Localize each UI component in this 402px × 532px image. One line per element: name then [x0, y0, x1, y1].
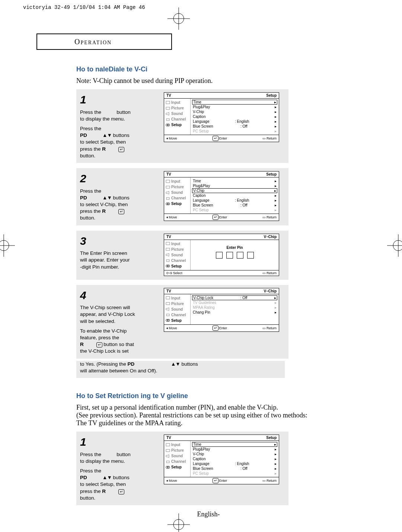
item-vchip: V-Chip: [193, 189, 204, 193]
side-setup: Setup: [164, 464, 190, 470]
svg-rect-24: [166, 242, 170, 245]
chevron-right-icon: ▸: [274, 442, 276, 446]
body-text: First, set up a personal identification …: [76, 404, 341, 427]
side-setup: Setup: [164, 201, 190, 206]
svg-point-29: [168, 265, 170, 267]
chevron-right-icon: ▸: [274, 296, 276, 300]
txt: will appear. Enter your: [80, 257, 160, 263]
item-caption: Caption: [193, 193, 205, 198]
chevron-right-icon: ▸: [275, 452, 277, 456]
txt: will be selected.: [80, 318, 160, 325]
side-channel: Channel: [164, 312, 190, 318]
updown-icon: ▲▼: [102, 475, 112, 480]
enter-icon: ↵: [118, 489, 124, 494]
side-input: Input: [164, 241, 190, 247]
item-tv-guidelines: TV Guidelines: [193, 301, 216, 305]
svg-marker-26: [166, 253, 169, 256]
value-english: : English: [235, 198, 249, 202]
txt: To enable the V-Chip: [80, 328, 160, 334]
chevron-right-icon: ▸: [275, 115, 277, 119]
svg-point-35: [168, 319, 170, 321]
tv-mode: Setup: [266, 172, 277, 176]
chevron-right-icon: ▸: [275, 203, 277, 207]
txt: Press the: [80, 188, 160, 195]
svg-rect-39: [166, 461, 169, 463]
txt: to select V-Chip, then: [80, 201, 160, 208]
tv-setup-menu: TVSetup Input Picture Sound Channel Setu…: [164, 92, 279, 142]
step-4-continuation: to Yes. (Pressing the PD ▲▼ buttons will…: [76, 361, 285, 378]
chevron-right-icon: ▸: [275, 193, 277, 198]
side-input: Input: [164, 179, 190, 184]
item-time: Time: [193, 442, 201, 446]
svg-rect-36: [166, 443, 170, 446]
txt: The Enter Pin screen: [80, 250, 160, 257]
tv-title: TV: [166, 436, 171, 440]
svg-rect-19: [166, 186, 170, 188]
txt: PD: [80, 132, 87, 138]
updown-icon: ▲▼: [171, 361, 180, 367]
svg-rect-25: [166, 248, 170, 250]
chevron-right-icon: ▸: [275, 124, 277, 128]
svg-marker-32: [166, 308, 169, 311]
tv-vchip-screen: TVV–Chip Input Picture Sound Channel Set…: [164, 288, 279, 332]
chevron-right-icon: ▸: [275, 184, 277, 188]
chevron-right-icon: ▸: [275, 471, 277, 475]
item-caption: Caption: [193, 115, 205, 119]
txt: button.: [80, 215, 160, 221]
chevron-right-icon: ▸: [275, 198, 277, 202]
chevron-right-icon: ▸: [275, 110, 277, 114]
value-english: : English: [235, 119, 249, 124]
hint-return: ▭ Return: [262, 271, 277, 275]
tv-title: TV: [166, 235, 171, 239]
txt: buttons: [113, 475, 130, 480]
chevron-right-icon: ▸: [275, 129, 277, 133]
hint-enter: ↵ Enter: [213, 136, 227, 141]
chevron-right-icon: ▸: [275, 447, 277, 451]
svg-rect-15: [166, 119, 169, 121]
chevron-right-icon: ▸: [274, 100, 276, 104]
crop-mark-left: [0, 234, 15, 258]
item-bluescreen: Blue Screen: [193, 203, 213, 207]
svg-point-0: [173, 13, 184, 24]
pin-boxes: [192, 252, 277, 259]
pin-digit-box: [247, 252, 254, 259]
value-english: : English: [235, 462, 249, 466]
side-input: Input: [164, 442, 190, 448]
side-sound: Sound: [164, 252, 190, 258]
hint-move: ♦ Move: [166, 326, 177, 331]
chevron-right-icon: ▸: [275, 105, 277, 109]
item-mpaa-rating: MPAA Rating: [193, 305, 215, 310]
hint-enter: ↵ Enter: [213, 478, 227, 483]
svg-rect-21: [166, 198, 169, 199]
chevron-right-icon: ▸: [275, 305, 277, 310]
side-channel: Channel: [164, 459, 190, 464]
pin-digit-box: [226, 252, 233, 259]
step-number: 4: [80, 288, 160, 303]
hint-move: ♦ Move: [166, 136, 177, 141]
page-footer-language: English-: [76, 510, 341, 518]
enter-icon: ↵: [118, 209, 124, 214]
value-off: : Off: [240, 203, 248, 207]
enter-icon: ↵: [96, 342, 102, 347]
txt: press the: [80, 146, 101, 152]
chevron-right-icon: ▸: [275, 457, 277, 461]
step-number: 3: [80, 234, 160, 249]
crop-mark-right: [387, 234, 402, 258]
side-sound: Sound: [164, 111, 190, 116]
side-setup: Setup: [164, 318, 190, 323]
side-sound: Sound: [164, 453, 190, 459]
txt: to display the menu.: [80, 458, 160, 465]
pin-digit-box: [237, 252, 243, 259]
txt: Press the: [80, 452, 101, 457]
txt: -digit Pin number.: [80, 264, 160, 270]
svg-point-9: [173, 519, 184, 530]
tv-mode: Setup: [266, 436, 277, 440]
svg-rect-37: [166, 449, 170, 452]
txt: The V-Chip screen will: [80, 304, 160, 311]
side-channel: Channel: [164, 258, 190, 263]
print-header-line: victoryia 32-49 1/10/04 1:04 AM Page 46: [23, 4, 145, 10]
side-picture: Picture: [164, 184, 190, 190]
tv-setup-menu: TVSetup Input Picture Sound Channel Setu…: [164, 435, 279, 484]
step-3: 3 The Enter Pin screen will appear. Ente…: [76, 231, 288, 280]
value-off: : Off: [240, 124, 248, 128]
